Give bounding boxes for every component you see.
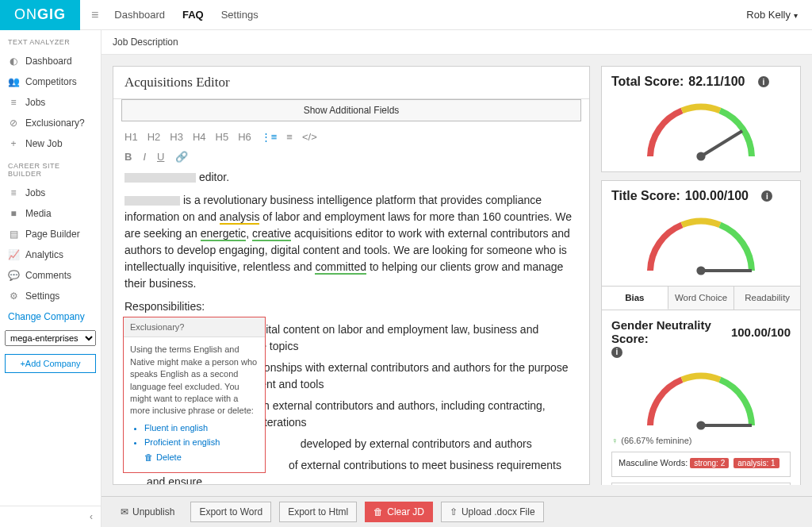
envelope-icon: ✉ (121, 506, 128, 517)
svg-point-5 (696, 421, 705, 429)
hl-analysis[interactable]: analysis (220, 210, 260, 225)
masculine-words-card: Masculine Words: strong: 2 analysis: 1 (611, 452, 791, 477)
redacted (124, 173, 196, 183)
sidebar-section-analyzer: TEXT ANALYZER (0, 30, 101, 51)
popover-option-proficient[interactable]: Proficient in english (144, 437, 259, 448)
sidebar-item-jobs2[interactable]: ≡Jobs (0, 183, 101, 203)
h2-button[interactable]: H2 (147, 131, 161, 143)
unpublish-button[interactable]: ✉Unpublish (113, 502, 182, 521)
chart-icon: 📈 (8, 249, 19, 260)
page-icon: ▤ (8, 229, 19, 240)
sidebar-item-comments[interactable]: 💬Comments (0, 265, 101, 286)
users-icon: 👥 (8, 76, 19, 87)
upload-docx-button[interactable]: ⇧Upload .docx File (441, 502, 544, 522)
sidebar-section-builder: CAREER SITE BUILDER (0, 154, 101, 183)
popover-option-fluent[interactable]: Fluent in english (144, 422, 259, 434)
nav-faq[interactable]: FAQ (182, 9, 204, 21)
bold-icon[interactable]: B (124, 151, 132, 163)
title-score-box: Title Score: 100.00/100 i (601, 180, 801, 286)
tab-bias[interactable]: Bias (602, 287, 668, 310)
link-icon[interactable]: 🔗 (175, 151, 188, 163)
total-score-box: Total Score: 82.11/100 i (601, 66, 801, 172)
sidebar-item-competitors[interactable]: 👥Competitors (0, 71, 101, 92)
plus-icon: + (8, 138, 19, 149)
list-icon: ≡ (8, 187, 19, 198)
video-icon: ■ (8, 208, 19, 219)
gauge-total (638, 92, 764, 163)
sidebar-item-settings[interactable]: ⚙Settings (0, 286, 101, 306)
add-company-button[interactable]: +Add Company (5, 354, 96, 373)
badge[interactable]: strong: 2 (690, 458, 729, 468)
hl-energetic[interactable]: energetic (201, 227, 247, 241)
nav-settings[interactable]: Settings (221, 9, 259, 21)
job-title: Acquisitions Editor (113, 67, 589, 99)
trash-icon: 🗑 (373, 506, 383, 517)
hl-creative[interactable]: creative (252, 227, 291, 241)
breadcrumb: Job Description (102, 30, 812, 55)
logo: ONGIG (0, 0, 80, 30)
sidebar-item-page-builder[interactable]: ▤Page Builder (0, 224, 101, 244)
sidebar-item-analytics[interactable]: 📈Analytics (0, 244, 101, 265)
female-icon: ♀ (611, 436, 618, 445)
svg-point-1 (696, 152, 705, 160)
comment-icon: 💬 (8, 270, 19, 281)
gear-icon: ⚙ (8, 290, 19, 302)
sidebar-item-new-job[interactable]: +New Job (0, 133, 101, 154)
ol-icon[interactable]: ≡ (286, 131, 293, 143)
gender-score-box: Gender Neutrality Score: 100.00/100 i (601, 310, 801, 485)
sidebar-item-exclusionary[interactable]: ⊘Exclusionary? (0, 113, 101, 133)
h4-button[interactable]: H4 (193, 131, 206, 143)
code-icon[interactable]: </> (302, 131, 317, 143)
svg-line-0 (701, 131, 742, 156)
change-company-link[interactable]: Change Company (0, 306, 101, 327)
upload-icon: ⇧ (450, 506, 458, 517)
trash-icon: 🗑 (144, 452, 153, 464)
export-html-button[interactable]: Export to Html (279, 502, 357, 522)
info-icon[interactable]: i (611, 347, 622, 358)
tab-readability[interactable]: Readability (734, 287, 800, 310)
gauge-icon: ◐ (8, 56, 19, 67)
gauge-gender (638, 361, 764, 433)
popover-option-delete[interactable]: 🗑Delete (144, 452, 259, 464)
h3-button[interactable]: H3 (170, 131, 183, 143)
redacted (124, 196, 180, 206)
list-icon: ≡ (8, 97, 19, 108)
user-menu[interactable]: Rob Kelly (746, 9, 812, 21)
info-icon[interactable]: i (758, 76, 769, 87)
underline-icon[interactable]: U (157, 151, 164, 163)
company-select[interactable]: mega-enterprises (5, 330, 96, 346)
italic-icon[interactable]: I (143, 151, 146, 163)
sidebar-item-dashboard[interactable]: ◐Dashboard (0, 51, 101, 71)
chevron-left-icon: ‹ (90, 511, 93, 522)
exclusionary-popover: Exclusionary? Using the terms English an… (123, 317, 266, 473)
clear-jd-button[interactable]: 🗑Clear JD (365, 502, 433, 522)
popover-title: Exclusionary? (124, 317, 265, 337)
gauge-title (638, 206, 764, 278)
badge[interactable]: analysis: 1 (733, 458, 779, 468)
sidebar-item-media[interactable]: ■Media (0, 203, 101, 224)
svg-point-3 (696, 266, 705, 275)
sidebar-item-jobs[interactable]: ≡Jobs (0, 92, 101, 113)
nav-dashboard[interactable]: Dashboard (114, 9, 165, 21)
hamburger-icon[interactable]: ≡ (80, 8, 109, 22)
h6-button[interactable]: H6 (238, 131, 251, 143)
sidebar-collapse[interactable]: ‹ (0, 506, 101, 527)
hl-committed[interactable]: committed (315, 260, 366, 275)
info-icon[interactable]: i (761, 190, 772, 202)
popover-text: Using the terms English and Native might… (130, 344, 259, 417)
tab-word-choice[interactable]: Word Choice (668, 287, 735, 310)
export-word-button[interactable]: Export to Word (190, 502, 271, 522)
feminine-words-card: Feminine Words: committed: 2 creative: 1… (611, 483, 791, 486)
ban-icon: ⊘ (8, 117, 19, 129)
score-tabs: Bias Word Choice Readability (601, 286, 801, 310)
h1-button[interactable]: H1 (124, 131, 138, 143)
show-additional-fields-button[interactable]: Show Additional Fields (121, 99, 581, 121)
h5-button[interactable]: H5 (216, 131, 229, 143)
ul-icon[interactable]: ⋮≡ (261, 131, 278, 143)
